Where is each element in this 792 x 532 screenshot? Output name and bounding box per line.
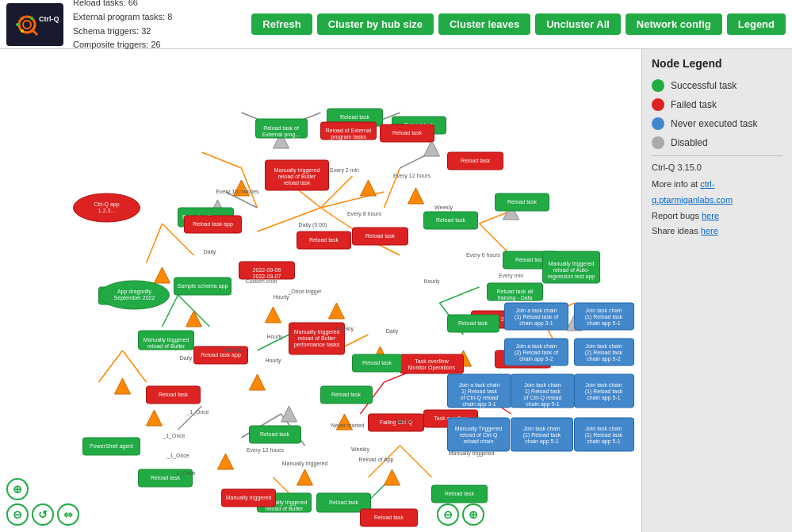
svg-text:Reload task: Reload task — [445, 491, 474, 496]
red-node-2: Reload task — [381, 124, 434, 142]
svg-text:Daily (0:00): Daily (0:00) — [299, 222, 327, 228]
svg-text:Manually triggered: Manually triggered — [282, 461, 328, 467]
chain-node-1: Join a task chain (1) Reload task of cha… — [505, 303, 568, 330]
green-node-5: Reload task — [424, 212, 478, 229]
svg-text:_1_Once: _1_Once — [186, 409, 209, 415]
green-node-15: PowerShell agent — [83, 438, 140, 455]
svg-text:of Ctrl-Q reload: of Ctrl-Q reload — [461, 395, 499, 401]
legend-version: Ctrl-Q 3.15.0 — [652, 163, 782, 172]
legend-button[interactable]: Legend — [727, 13, 786, 35]
svg-text:training - Data: training - Data — [498, 295, 533, 301]
rchain-1: Reload task — [448, 315, 499, 332]
svg-text:Manually Triggered: Manually Triggered — [455, 426, 503, 432]
rchain-3: Reload task — [321, 386, 373, 404]
svg-text:(1) Reload task of: (1) Reload task of — [515, 314, 558, 320]
legend-label-failed: Failed task — [671, 99, 717, 110]
uncluster-all-button[interactable]: Uncluster All — [535, 13, 621, 35]
fit-button[interactable]: ↺ — [32, 503, 54, 526]
legend-color-failed — [652, 98, 664, 111]
svg-text:chain app 3-1: chain app 3-1 — [519, 320, 553, 327]
zoom-out-right-button[interactable]: ⊖ — [437, 503, 459, 526]
refresh-button[interactable]: Refresh — [251, 13, 312, 35]
toolbar: Refresh Cluster by hub size Cluster leav… — [251, 13, 786, 35]
svg-text:Weekly: Weekly — [335, 326, 354, 332]
svg-text:Manually triggered: Manually triggered — [549, 261, 595, 267]
svg-text:Join task chain: Join task chain — [524, 382, 561, 388]
zoom-in-button[interactable]: ⊕ — [6, 478, 29, 500]
chain-node-4: Join task chain (2) Reload task chain ap… — [575, 339, 634, 366]
green-node-1: Reload task of External prog... — [256, 119, 308, 138]
red-node-3: Manually triggered reload of Butler relo… — [266, 160, 329, 190]
svg-text:(1) Reload task: (1) Reload task — [585, 314, 623, 320]
svg-text:Weekly: Weekly — [434, 205, 453, 211]
svg-text:Join a task chain: Join a task chain — [515, 343, 557, 349]
chain-node-9: Join task chain (1) Reload task chain ap… — [511, 418, 573, 451]
svg-text:Reload task: Reload task — [461, 158, 490, 163]
reset-button[interactable]: ⇔ — [57, 503, 79, 526]
svg-text:Every 12 hours: Every 12 hours — [393, 173, 431, 179]
svg-text:PowerShell agent: PowerShell agent — [90, 443, 133, 450]
zoom-out-button[interactable]: ⊖ — [6, 503, 29, 526]
svg-text:Reload task: Reload task — [340, 114, 369, 120]
svg-point-7 — [30, 29, 33, 33]
svg-text:regression test app: regression test app — [548, 274, 595, 280]
svg-text:External prog...: External prog... — [262, 132, 300, 138]
svg-text:Reload task all: Reload task all — [497, 289, 534, 294]
green-node-10: Manually triggered reload of Auto- regre… — [543, 251, 600, 283]
network-config-button[interactable]: Network config — [626, 13, 722, 35]
red-node-7: Reload task — [353, 228, 408, 245]
svg-text:(1) Reload task: (1) Reload task — [585, 432, 623, 438]
legend-item-disabled: Disabled — [652, 136, 782, 149]
svg-text:(1) Reload task: (1) Reload task — [523, 432, 561, 438]
legend-label-disabled: Disabled — [671, 137, 708, 148]
svg-text:2022-09-06: 2022-09-06 — [253, 267, 281, 273]
legend-panel: Node Legend Successful task Failed task … — [641, 49, 792, 532]
legend-report-bugs-link[interactable]: here — [702, 211, 719, 220]
svg-text:Join a task chain: Join a task chain — [515, 308, 557, 313]
svg-text:reload task: reload task — [283, 180, 311, 186]
svg-text:performance tasks: performance tasks — [294, 342, 340, 348]
svg-text:Join task chain: Join task chain — [585, 382, 622, 388]
legend-share-ideas-text: Share ideas — [652, 226, 701, 235]
stats-panel: Reload tasks: 66 External program tasks:… — [70, 0, 245, 52]
svg-text:Daily: Daily — [204, 249, 216, 255]
svg-text:Reload task: Reload task — [329, 499, 358, 505]
cluster-by-hub-size-button[interactable]: Cluster by hub size — [317, 13, 434, 35]
graph-area[interactable]: Reload task of External prog... Reload t… — [0, 49, 641, 532]
svg-text:Reload task app: Reload task app — [193, 221, 233, 228]
oval-green-1: App dragonfly September 2022 — [100, 281, 170, 309]
cluster-leaves-button[interactable]: Cluster leaves — [438, 13, 530, 35]
zoom-controls-top: ⊕ — [6, 478, 79, 500]
svg-text:program tasks: program tasks — [331, 134, 366, 140]
svg-text:Reload task: Reload task — [362, 360, 392, 366]
green-node-6: Reload task — [495, 193, 549, 211]
svg-text:chain app 5-1: chain app 5-1 — [587, 320, 621, 327]
legend-title: Node Legend — [652, 57, 782, 70]
legend-item-successful: Successful task — [652, 79, 782, 92]
red-node-14: Manually triggered — [222, 489, 276, 507]
chain-node-3: Join task chain (1) Reload task chain ap… — [575, 303, 634, 330]
red-node-19: Task overflow Monitor Operations — [400, 354, 464, 373]
rchain-4: Reload task — [250, 426, 301, 443]
zoom-in-right-button[interactable]: ⊕ — [462, 503, 484, 526]
svg-text:reload of Butler: reload of Butler — [147, 343, 186, 349]
svg-text:Reload task: Reload task — [309, 237, 339, 243]
legend-report-bugs-text: Report bugs — [652, 211, 702, 220]
red-node-5: Reload task app — [185, 216, 242, 233]
chain-node-6: Join task chain 1) Reload task of Ctrl-Q… — [511, 374, 575, 408]
legend-share-ideas-link[interactable]: here — [701, 226, 718, 235]
svg-text:_1_Once: _1_Once — [166, 453, 189, 459]
svg-text:chain app 5-1: chain app 5-1 — [525, 438, 559, 445]
svg-text:App dragonfly: App dragonfly — [117, 289, 152, 295]
svg-text:Every 2 min: Every 2 min — [330, 167, 359, 174]
rchain-2: Reload task — [353, 354, 402, 372]
legend-more-info-text: More info at — [652, 179, 700, 189]
svg-text:Join task chain: Join task chain — [585, 308, 622, 313]
svg-text:Reload task app: Reload task app — [201, 352, 241, 358]
svg-text:Reload task: Reload task — [260, 431, 289, 437]
svg-text:of Ctrl-Q reload: of Ctrl-Q reload — [524, 395, 562, 401]
svg-text:Reload task of: Reload task of — [263, 125, 299, 131]
svg-text:Reload task: Reload task — [436, 217, 465, 223]
stat-schema-triggers: Schema triggers: 32 — [73, 25, 245, 39]
legend-color-never-executed — [652, 117, 664, 130]
